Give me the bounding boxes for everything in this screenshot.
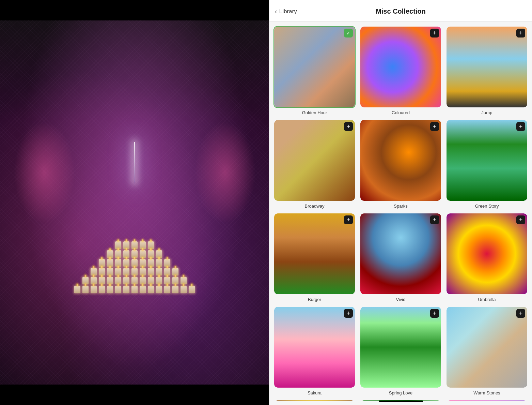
grid-label-sakura: Sakura [308, 390, 322, 395]
thumb-umbrella[interactable]: + [446, 213, 528, 295]
plus-button-spring-love[interactable]: + [430, 309, 439, 318]
grid-item-green-story[interactable]: +Green Story [446, 119, 528, 209]
thumb-bg-vivid [360, 213, 441, 294]
grid-label-golden-hour: Golden Hour [302, 110, 327, 115]
plus-button-broadway[interactable]: + [344, 122, 353, 131]
grid-label-broadway: Broadway [305, 204, 325, 209]
plus-button-burger[interactable]: + [344, 215, 353, 224]
thumb-bg-green-story [447, 120, 527, 201]
thumb-donut[interactable]: + [273, 400, 356, 401]
back-label: Library [279, 8, 297, 15]
grid-label-green-story: Green Story [475, 204, 499, 209]
bottom-indicator [379, 401, 423, 402]
thumb-bg-donut [274, 400, 355, 401]
thumb-bg-sparks [360, 120, 441, 201]
grid-item-sparks[interactable]: +Sparks [360, 119, 442, 209]
panel-header: ‹ Library Misc Collection [269, 0, 532, 22]
grid-label-coloured: Coloured [392, 110, 410, 115]
thumb-bg-jump [447, 27, 527, 107]
grid-item-burger[interactable]: +Burger [273, 213, 356, 302]
plus-button-jump[interactable]: + [516, 29, 525, 38]
thumb-bg-coloured [360, 27, 441, 107]
thumb-warm-stones[interactable]: + [446, 306, 528, 388]
thumb-bg-warm-stones [447, 307, 527, 388]
thumb-jump[interactable]: + [446, 26, 528, 108]
grid-item-spring-love[interactable]: +Spring Love [360, 306, 442, 395]
grid-item-coloured[interactable]: +Coloured [360, 26, 442, 115]
thumb-sakura[interactable]: + [273, 306, 356, 388]
thumb-bg-umbrella [447, 213, 527, 294]
thumb-bg-golden-hour [274, 27, 355, 107]
grid-container: ✓Golden Hour+Coloured+Jump+Broadway+Spar… [269, 22, 532, 401]
grid-item-umbrella[interactable]: +Umbrella [446, 213, 528, 302]
thumb-vivid[interactable]: + [360, 213, 442, 295]
thumb-broadway[interactable]: + [273, 119, 356, 201]
thumb-flamingo[interactable]: + [446, 400, 528, 401]
grid-label-sparks: Sparks [394, 204, 407, 209]
plus-button-vivid[interactable]: + [430, 215, 439, 224]
right-panel: ‹ Library Misc Collection ✓Golden Hour+C… [269, 0, 532, 405]
plus-button-coloured[interactable]: + [430, 29, 439, 38]
thumb-bg-spring-drops [360, 400, 441, 401]
grid-label-umbrella: Umbrella [478, 297, 496, 302]
back-chevron-icon: ‹ [275, 7, 277, 15]
grid-item-vivid[interactable]: +Vivid [360, 213, 442, 302]
panel-title: Misc Collection [376, 7, 426, 15]
grid-item-broadway[interactable]: +Broadway [273, 119, 356, 209]
grid-label-jump: Jump [482, 110, 492, 115]
grid-label-vivid: Vivid [396, 297, 406, 302]
grid-item-spring-drops[interactable]: +Spring Drops [360, 400, 442, 401]
thumb-sparks[interactable]: + [360, 119, 442, 201]
thumb-golden-hour[interactable]: ✓ [273, 26, 356, 108]
thumb-green-story[interactable]: + [446, 119, 528, 201]
plus-button-green-story[interactable]: + [516, 122, 525, 131]
thumb-burger[interactable]: + [273, 213, 356, 295]
grid-item-flamingo[interactable]: +Flamingo [446, 400, 528, 401]
grid-item-golden-hour[interactable]: ✓Golden Hour [273, 26, 356, 115]
thumb-spring-love[interactable]: + [360, 306, 442, 388]
grid-item-donut[interactable]: +Donut [273, 400, 356, 401]
check-icon-golden-hour: ✓ [344, 29, 353, 38]
thumb-bg-flamingo [447, 400, 527, 401]
thumb-bg-spring-love [360, 307, 441, 388]
plus-button-sakura[interactable]: + [344, 309, 353, 318]
plus-button-warm-stones[interactable]: + [516, 309, 525, 318]
thumb-bg-broadway [274, 120, 355, 201]
grid-item-jump[interactable]: +Jump [446, 26, 528, 115]
grid-item-sakura[interactable]: +Sakura [273, 306, 356, 395]
thumb-spring-drops[interactable]: + [360, 400, 442, 401]
plus-button-sparks[interactable]: + [430, 122, 439, 131]
filter-grid: ✓Golden Hour+Coloured+Jump+Broadway+Spar… [273, 26, 528, 401]
grid-label-burger: Burger [308, 297, 321, 302]
plus-button-umbrella[interactable]: + [516, 215, 525, 224]
grid-item-warm-stones[interactable]: +Warm Stones [446, 306, 528, 395]
thumb-coloured[interactable]: + [360, 26, 442, 108]
back-button[interactable]: ‹ Library [275, 7, 297, 15]
thumb-bg-burger [274, 213, 355, 294]
grid-label-spring-love: Spring Love [389, 390, 412, 395]
grid-label-warm-stones: Warm Stones [473, 390, 500, 395]
thumb-bg-sakura [274, 307, 355, 388]
main-image-panel [0, 0, 269, 405]
